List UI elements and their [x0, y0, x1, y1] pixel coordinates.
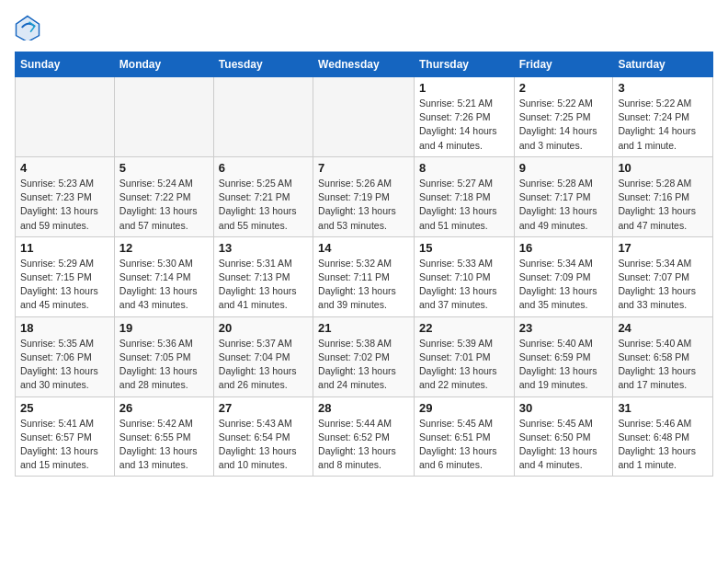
day-number: 19 [119, 321, 209, 335]
day-number: 13 [219, 241, 308, 255]
logo-icon [15, 15, 40, 40]
calendar-week-3: 11Sunrise: 5:29 AM Sunset: 7:15 PM Dayli… [16, 236, 713, 316]
day-info: Sunrise: 5:40 AM Sunset: 6:59 PM Dayligh… [519, 337, 609, 393]
day-info: Sunrise: 5:25 AM Sunset: 7:21 PM Dayligh… [219, 177, 308, 233]
calendar-cell: 7Sunrise: 5:26 AM Sunset: 7:19 PM Daylig… [313, 156, 415, 236]
day-info: Sunrise: 5:39 AM Sunset: 7:01 PM Dayligh… [419, 337, 509, 393]
logo [15, 15, 44, 40]
calendar-cell: 26Sunrise: 5:42 AM Sunset: 6:55 PM Dayli… [114, 396, 213, 477]
calendar-cell: 29Sunrise: 5:45 AM Sunset: 6:51 PM Dayli… [414, 396, 514, 477]
day-info: Sunrise: 5:37 AM Sunset: 7:04 PM Dayligh… [219, 337, 308, 393]
day-number: 4 [20, 161, 109, 175]
calendar-cell: 11Sunrise: 5:29 AM Sunset: 7:15 PM Dayli… [16, 236, 115, 316]
day-info: Sunrise: 5:23 AM Sunset: 7:23 PM Dayligh… [20, 177, 109, 233]
day-info: Sunrise: 5:45 AM Sunset: 6:50 PM Dayligh… [519, 417, 609, 473]
day-number: 27 [219, 401, 308, 415]
day-number: 25 [20, 401, 109, 415]
calendar-cell: 18Sunrise: 5:35 AM Sunset: 7:06 PM Dayli… [16, 316, 115, 396]
day-number: 26 [119, 401, 209, 415]
day-number: 18 [20, 321, 109, 335]
calendar-week-5: 25Sunrise: 5:41 AM Sunset: 6:57 PM Dayli… [16, 396, 713, 477]
calendar-cell: 5Sunrise: 5:24 AM Sunset: 7:22 PM Daylig… [114, 156, 213, 236]
calendar-cell: 4Sunrise: 5:23 AM Sunset: 7:23 PM Daylig… [16, 156, 115, 236]
day-number: 1 [419, 81, 509, 95]
calendar-cell [16, 77, 115, 157]
day-number: 8 [419, 161, 509, 175]
day-info: Sunrise: 5:45 AM Sunset: 6:51 PM Dayligh… [419, 417, 509, 473]
calendar-cell: 13Sunrise: 5:31 AM Sunset: 7:13 PM Dayli… [213, 236, 313, 316]
calendar-cell: 28Sunrise: 5:44 AM Sunset: 6:52 PM Dayli… [313, 396, 415, 477]
day-number: 5 [119, 161, 209, 175]
day-info: Sunrise: 5:35 AM Sunset: 7:06 PM Dayligh… [20, 337, 109, 393]
day-number: 28 [318, 401, 409, 415]
day-number: 11 [20, 241, 109, 255]
day-number: 7 [318, 161, 409, 175]
day-info: Sunrise: 5:46 AM Sunset: 6:48 PM Dayligh… [618, 417, 708, 473]
calendar-cell: 27Sunrise: 5:43 AM Sunset: 6:54 PM Dayli… [213, 396, 313, 477]
weekday-header-row: SundayMondayTuesdayWednesdayThursdayFrid… [16, 52, 713, 77]
day-info: Sunrise: 5:21 AM Sunset: 7:26 PM Dayligh… [419, 97, 509, 153]
day-info: Sunrise: 5:33 AM Sunset: 7:10 PM Dayligh… [419, 257, 509, 313]
day-info: Sunrise: 5:41 AM Sunset: 6:57 PM Dayligh… [20, 417, 109, 473]
weekday-header-monday: Monday [114, 52, 213, 77]
day-number: 21 [318, 321, 409, 335]
calendar-cell: 25Sunrise: 5:41 AM Sunset: 6:57 PM Dayli… [16, 396, 115, 477]
day-number: 6 [219, 161, 308, 175]
day-number: 29 [419, 401, 509, 415]
weekday-header-wednesday: Wednesday [313, 52, 415, 77]
day-info: Sunrise: 5:28 AM Sunset: 7:17 PM Dayligh… [519, 177, 609, 233]
calendar-cell: 8Sunrise: 5:27 AM Sunset: 7:18 PM Daylig… [414, 156, 514, 236]
day-info: Sunrise: 5:26 AM Sunset: 7:19 PM Dayligh… [318, 177, 409, 233]
day-number: 22 [419, 321, 509, 335]
day-info: Sunrise: 5:43 AM Sunset: 6:54 PM Dayligh… [219, 417, 308, 473]
day-info: Sunrise: 5:28 AM Sunset: 7:16 PM Dayligh… [618, 177, 708, 233]
day-number: 12 [119, 241, 209, 255]
weekday-header-sunday: Sunday [16, 52, 115, 77]
calendar-cell [313, 77, 415, 157]
day-info: Sunrise: 5:27 AM Sunset: 7:18 PM Dayligh… [419, 177, 509, 233]
day-number: 31 [618, 401, 708, 415]
day-number: 20 [219, 321, 308, 335]
day-info: Sunrise: 5:30 AM Sunset: 7:14 PM Dayligh… [119, 257, 209, 313]
calendar-week-2: 4Sunrise: 5:23 AM Sunset: 7:23 PM Daylig… [16, 156, 713, 236]
calendar-cell: 6Sunrise: 5:25 AM Sunset: 7:21 PM Daylig… [213, 156, 313, 236]
calendar-cell: 23Sunrise: 5:40 AM Sunset: 6:59 PM Dayli… [514, 316, 613, 396]
day-number: 30 [519, 401, 609, 415]
day-info: Sunrise: 5:32 AM Sunset: 7:11 PM Dayligh… [318, 257, 409, 313]
day-number: 10 [618, 161, 708, 175]
calendar-cell [114, 77, 213, 157]
day-info: Sunrise: 5:22 AM Sunset: 7:24 PM Dayligh… [618, 97, 708, 153]
weekday-header-saturday: Saturday [613, 52, 713, 77]
calendar-cell: 22Sunrise: 5:39 AM Sunset: 7:01 PM Dayli… [414, 316, 514, 396]
calendar-cell: 17Sunrise: 5:34 AM Sunset: 7:07 PM Dayli… [613, 236, 713, 316]
day-info: Sunrise: 5:24 AM Sunset: 7:22 PM Dayligh… [119, 177, 209, 233]
day-info: Sunrise: 5:34 AM Sunset: 7:09 PM Dayligh… [519, 257, 609, 313]
day-info: Sunrise: 5:31 AM Sunset: 7:13 PM Dayligh… [219, 257, 308, 313]
day-info: Sunrise: 5:40 AM Sunset: 6:58 PM Dayligh… [618, 337, 708, 393]
calendar-cell: 2Sunrise: 5:22 AM Sunset: 7:25 PM Daylig… [514, 77, 613, 157]
day-number: 2 [519, 81, 609, 95]
calendar-cell: 21Sunrise: 5:38 AM Sunset: 7:02 PM Dayli… [313, 316, 415, 396]
weekday-header-thursday: Thursday [414, 52, 514, 77]
day-info: Sunrise: 5:44 AM Sunset: 6:52 PM Dayligh… [318, 417, 409, 473]
calendar-cell: 30Sunrise: 5:45 AM Sunset: 6:50 PM Dayli… [514, 396, 613, 477]
page-header [15, 15, 713, 40]
day-number: 3 [618, 81, 708, 95]
calendar-cell [213, 77, 313, 157]
day-number: 16 [519, 241, 609, 255]
day-info: Sunrise: 5:36 AM Sunset: 7:05 PM Dayligh… [119, 337, 209, 393]
calendar-cell: 14Sunrise: 5:32 AM Sunset: 7:11 PM Dayli… [313, 236, 415, 316]
calendar-cell: 9Sunrise: 5:28 AM Sunset: 7:17 PM Daylig… [514, 156, 613, 236]
day-number: 17 [618, 241, 708, 255]
calendar-week-1: 1Sunrise: 5:21 AM Sunset: 7:26 PM Daylig… [16, 77, 713, 157]
calendar-table: SundayMondayTuesdayWednesdayThursdayFrid… [15, 52, 713, 477]
calendar-cell: 1Sunrise: 5:21 AM Sunset: 7:26 PM Daylig… [414, 77, 514, 157]
calendar-week-4: 18Sunrise: 5:35 AM Sunset: 7:06 PM Dayli… [16, 316, 713, 396]
weekday-header-tuesday: Tuesday [213, 52, 313, 77]
calendar-cell: 10Sunrise: 5:28 AM Sunset: 7:16 PM Dayli… [613, 156, 713, 236]
calendar-cell: 19Sunrise: 5:36 AM Sunset: 7:05 PM Dayli… [114, 316, 213, 396]
day-info: Sunrise: 5:42 AM Sunset: 6:55 PM Dayligh… [119, 417, 209, 473]
day-number: 14 [318, 241, 409, 255]
day-number: 15 [419, 241, 509, 255]
day-info: Sunrise: 5:22 AM Sunset: 7:25 PM Dayligh… [519, 97, 609, 153]
